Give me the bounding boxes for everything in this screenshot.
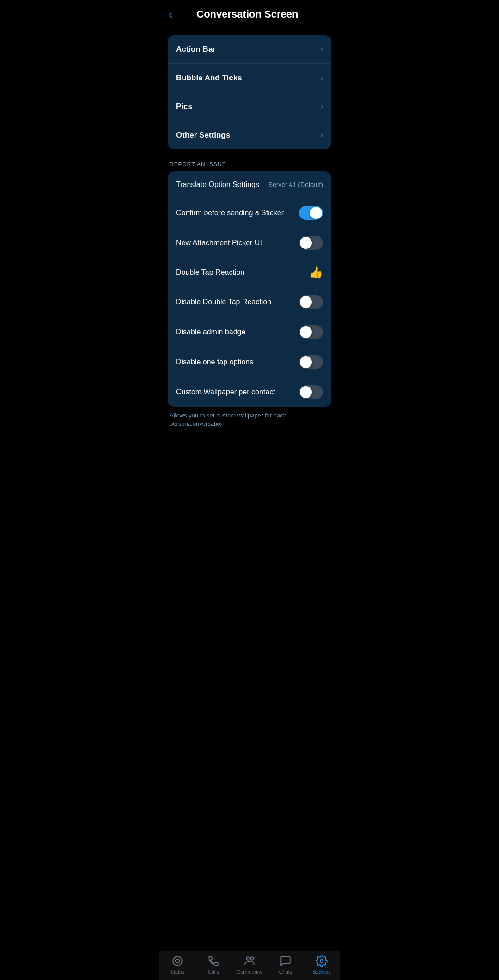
custom-wallpaper-item: Custom Wallpaper per contact <box>168 377 331 407</box>
new-attachment-label: New Attachment Picker UI <box>176 239 262 247</box>
section-header-report: REPORT AN ISSUE <box>159 149 340 171</box>
header: ‹ Conversation Screen <box>159 0 340 27</box>
translate-option-item[interactable]: Translate Option Settings Server #1 (Def… <box>168 171 331 198</box>
toggle-thumb <box>300 326 312 338</box>
chevron-right-icon: › <box>320 73 323 83</box>
page-title: Conversation Screen <box>178 8 316 20</box>
toggle-thumb <box>310 207 322 219</box>
disable-admin-badge-label: Disable admin badge <box>176 328 245 336</box>
toggle-thumb <box>300 237 312 249</box>
chevron-right-icon: › <box>320 130 323 140</box>
disable-one-tap-label: Disable one tap options <box>176 358 253 366</box>
new-attachment-item: New Attachment Picker UI <box>168 228 331 258</box>
double-tap-reaction-item[interactable]: Double Tap Reaction 👍 <box>168 258 331 287</box>
double-tap-reaction-emoji: 👍 <box>309 266 323 279</box>
toggle-thumb <box>300 386 312 398</box>
custom-wallpaper-label: Custom Wallpaper per contact <box>176 388 275 396</box>
toggle-thumb <box>300 296 312 308</box>
toggle-thumb <box>300 356 312 368</box>
disable-one-tap-item: Disable one tap options <box>168 347 331 377</box>
new-attachment-toggle[interactable] <box>299 236 323 250</box>
pics-label: Pics <box>176 102 192 111</box>
pics-item[interactable]: Pics › <box>168 92 331 121</box>
disable-admin-badge-item: Disable admin badge <box>168 317 331 347</box>
chevron-right-icon: › <box>320 102 323 111</box>
other-settings-item[interactable]: Other Settings › <box>168 121 331 149</box>
other-settings-label: Other Settings <box>176 131 230 140</box>
disable-admin-badge-toggle[interactable] <box>299 325 323 339</box>
settings-card-group: Translate Option Settings Server #1 (Def… <box>168 171 331 407</box>
disable-double-tap-item: Disable Double Tap Reaction <box>168 287 331 317</box>
disable-double-tap-label: Disable Double Tap Reaction <box>176 298 271 306</box>
navigation-card-group: Action Bar › Bubble And Ticks › Pics › O… <box>168 35 331 149</box>
back-button[interactable]: ‹ <box>169 8 173 20</box>
disable-one-tap-toggle[interactable] <box>299 355 323 369</box>
custom-wallpaper-toggle[interactable] <box>299 385 323 399</box>
disable-double-tap-toggle[interactable] <box>299 295 323 309</box>
bubble-ticks-label: Bubble And Ticks <box>176 73 242 83</box>
confirm-sticker-label: Confirm before sending a Sticker <box>176 209 284 217</box>
footer-hint-text: Allows you to set custom wallpaper for e… <box>159 407 340 436</box>
bubble-ticks-item[interactable]: Bubble And Ticks › <box>168 64 331 92</box>
confirm-sticker-item: Confirm before sending a Sticker <box>168 198 331 228</box>
action-bar-item[interactable]: Action Bar › <box>168 35 331 64</box>
confirm-sticker-toggle[interactable] <box>299 206 323 220</box>
double-tap-reaction-label: Double Tap Reaction <box>176 268 244 277</box>
chevron-right-icon: › <box>320 44 323 54</box>
translate-option-value: Server #1 (Default) <box>268 181 323 188</box>
translate-option-label: Translate Option Settings <box>176 181 259 189</box>
action-bar-label: Action Bar <box>176 45 216 54</box>
